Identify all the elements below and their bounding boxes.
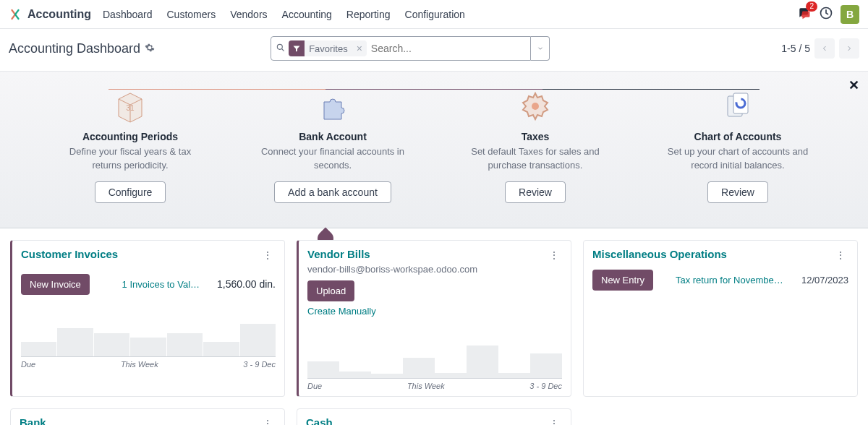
onboarding-banner: ✕ 31 Accounting Periods Define your fisc…: [0, 71, 868, 228]
onboarding-step-periods: 31 Accounting Periods Define your fiscal…: [29, 89, 231, 203]
card-title[interactable]: Cash: [306, 416, 333, 425]
top-nav: Accounting Dashboard Customers Vendors A…: [0, 0, 868, 29]
onboarding-step-coa: Chart of Accounts Set up your chart of a…: [637, 89, 839, 203]
gear-icon[interactable]: [145, 43, 155, 55]
card-title[interactable]: Customer Invoices: [21, 248, 118, 260]
step-desc: Set default Taxes for sales and purchase…: [459, 145, 611, 173]
invoices-amount: 1,560.00 din.: [217, 278, 276, 290]
chart-bar: [530, 353, 562, 378]
filter-icon: [289, 40, 305, 56]
kebab-icon[interactable]: ⋮: [546, 248, 562, 262]
chart-bar: [435, 373, 467, 378]
chart-bar: [240, 324, 276, 356]
card-cash: Cash ⋮ New Transaction: [297, 408, 571, 425]
tax-return-link[interactable]: Tax return for November…: [676, 275, 784, 286]
step-desc: Set up your chart of accounts and record…: [662, 145, 814, 173]
misc-date: 12/07/2023: [801, 275, 848, 286]
card-title[interactable]: Miscellaneous Operations: [592, 248, 727, 260]
search-options-dropdown[interactable]: [531, 36, 550, 61]
invoices-to-validate-link[interactable]: 1 Invoices to Val…: [122, 279, 200, 290]
chart-label: This Week: [121, 360, 158, 369]
chart-bar: [167, 333, 203, 356]
vendor-bills-email: vendor-bills@boriss-workspae.odoo.com: [299, 264, 571, 275]
messages-badge: 2: [806, 1, 817, 12]
page-title: Accounting Dashboard: [9, 41, 140, 56]
chart-bar: [203, 342, 239, 356]
chart-bar: [307, 361, 339, 378]
step-desc: Define your fiscal years & tax returns p…: [54, 145, 206, 173]
step-title: Taxes: [522, 131, 550, 142]
nav-dashboard[interactable]: Dashboard: [103, 9, 153, 20]
kebab-icon[interactable]: ⋮: [833, 248, 848, 262]
user-avatar[interactable]: B: [841, 5, 859, 24]
pager-next-button[interactable]: [839, 38, 859, 59]
review-taxes-button[interactable]: Review: [505, 181, 566, 203]
card-vendor-bills: Vendor Bills ⋮ vendor-bills@boriss-works…: [297, 240, 571, 397]
chart-bar: [403, 358, 435, 378]
dashboard-kanban: Customer Invoices ⋮ New Invoice 1 Invoic…: [0, 228, 868, 425]
svg-point-1: [278, 44, 283, 49]
messages-icon[interactable]: 2: [797, 6, 812, 22]
puzzle-icon: [315, 89, 350, 124]
onboarding-step-bank: Bank Account Connect your financial acco…: [231, 89, 434, 203]
facet-remove-icon[interactable]: ×: [352, 43, 367, 54]
svg-text:31: 31: [126, 104, 135, 112]
svg-point-4: [532, 103, 539, 110]
step-title: Chart of Accounts: [694, 131, 782, 142]
nav-reporting[interactable]: Reporting: [346, 9, 391, 20]
control-panel: Accounting Dashboard Favorites × 1-5 / 5: [0, 29, 868, 71]
chart-label: 3 - 9 Dec: [529, 382, 562, 390]
search-facet-favorites: Favorites ×: [289, 40, 367, 56]
create-manually-link[interactable]: Create Manually: [307, 306, 562, 317]
kebab-icon[interactable]: ⋮: [546, 416, 562, 425]
chart-bar: [57, 328, 93, 356]
documents-icon: [720, 89, 755, 124]
gear-large-icon: [518, 89, 553, 124]
invoices-aging-chart: Due This Week 3 - 9 Dec: [12, 324, 284, 374]
pager-text[interactable]: 1-5 / 5: [781, 43, 810, 54]
calendar-icon: 31: [113, 89, 148, 124]
kebab-icon[interactable]: ⋮: [260, 248, 276, 262]
onboarding-step-taxes: Taxes Set default Taxes for sales and pu…: [434, 89, 637, 203]
card-title[interactable]: Bank: [20, 416, 46, 425]
add-bank-account-button[interactable]: Add a bank account: [274, 181, 391, 203]
card-title[interactable]: Vendor Bills: [307, 248, 370, 260]
chart-label: 3 - 9 Dec: [243, 360, 276, 369]
app-logo-icon: [9, 8, 22, 21]
chart-label: Due: [307, 382, 322, 390]
step-title: Bank Account: [299, 131, 367, 142]
close-icon[interactable]: ✕: [848, 77, 859, 93]
chart-bar: [130, 338, 166, 356]
configure-button[interactable]: Configure: [95, 181, 166, 203]
card-bank: Bank ⋮ Connect Bank Payments -19,250.00 …: [10, 408, 285, 425]
nav-accounting[interactable]: Accounting: [282, 9, 332, 20]
new-invoice-button[interactable]: New Invoice: [21, 274, 90, 295]
activities-icon[interactable]: [819, 6, 833, 22]
chart-bar: [94, 333, 129, 356]
new-entry-button[interactable]: New Entry: [592, 270, 653, 291]
step-title: Accounting Periods: [82, 131, 178, 142]
nav-customers[interactable]: Customers: [167, 9, 216, 20]
search-box[interactable]: Favorites ×: [271, 36, 531, 61]
card-misc-operations: Miscellaneous Operations ⋮ New Entry Tax…: [583, 240, 858, 397]
nav-menu: Dashboard Customers Vendors Accounting R…: [103, 9, 465, 20]
review-coa-button[interactable]: Review: [707, 181, 768, 203]
kebab-icon[interactable]: ⋮: [260, 416, 276, 425]
step-desc: Connect your financial accounts in secon…: [257, 145, 409, 173]
nav-vendors[interactable]: Vendors: [230, 9, 267, 20]
pager-prev-button[interactable]: [814, 38, 835, 59]
search-icon: [276, 43, 286, 55]
card-customer-invoices: Customer Invoices ⋮ New Invoice 1 Invoic…: [10, 240, 285, 397]
chart-label: This Week: [407, 382, 445, 390]
bills-aging-chart: Due This Week 3 - 9 Dec: [299, 345, 571, 396]
chart-bar: [467, 345, 498, 378]
chart-bar: [21, 342, 56, 356]
search-input[interactable]: [371, 43, 526, 54]
chart-bar: [339, 372, 371, 378]
upload-button[interactable]: Upload: [307, 280, 354, 301]
chart-label: Due: [21, 360, 35, 369]
nav-configuration[interactable]: Configuration: [405, 9, 465, 20]
chart-bar: [498, 373, 530, 378]
app-title[interactable]: Accounting: [27, 8, 91, 21]
facet-label: Favorites: [305, 42, 352, 56]
